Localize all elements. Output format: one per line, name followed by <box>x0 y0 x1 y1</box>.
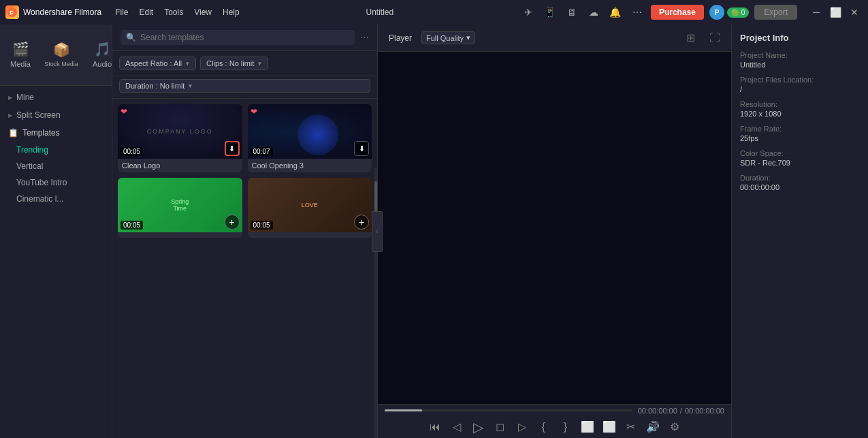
points-icon[interactable]: ⋯ <box>629 4 645 20</box>
toolbar-item-audio[interactable]: 🎵 Audio <box>82 25 112 85</box>
menu-tools[interactable]: Tools <box>164 7 183 17</box>
media-icon: 🎬 <box>12 41 29 57</box>
nav-item-templates[interactable]: 📋 Templates <box>0 124 112 142</box>
grid-view-button[interactable]: ⊞ <box>681 29 700 48</box>
devices-icon[interactable]: 📱 <box>542 4 558 20</box>
aspect-ratio-filter[interactable]: Aspect Ratio : All ▼ <box>119 57 196 70</box>
nav-sub-vertical[interactable]: Vertical <box>0 158 112 174</box>
purchase-button[interactable]: Purchase <box>651 5 704 20</box>
player-settings[interactable]: ⚙ <box>665 418 684 437</box>
template-card-cool-opening[interactable]: ❤ 00:07 ⬇ Cool Opening 3 <box>248 104 372 172</box>
content-header: 🔍 ··· <box>112 25 377 51</box>
player-more1[interactable]: ⬜ <box>578 418 597 437</box>
skip-back-button[interactable]: ⏮ <box>425 418 445 437</box>
duration-filter[interactable]: Duration : No limit ▼ <box>119 79 370 93</box>
split-arrow-icon: ▶ <box>8 112 12 119</box>
template-card-more[interactable]: LOVE 00:05 + <box>248 178 372 238</box>
more-options-button[interactable]: ··· <box>360 31 369 44</box>
info-label-location: Project Files Location: <box>740 76 860 84</box>
quality-select[interactable]: Full Quality ▾ <box>421 31 475 44</box>
time-more: 00:05 <box>251 221 273 230</box>
avatar[interactable]: P <box>709 5 724 20</box>
time-cool-opening: 00:07 <box>251 147 273 156</box>
heart-icon-clean-logo: ❤ <box>120 107 127 116</box>
menu-view[interactable]: View <box>194 7 212 17</box>
info-row-location: Project Files Location: / <box>740 76 860 93</box>
add-btn-spring[interactable]: + <box>225 215 240 230</box>
nav-item-split-screen[interactable]: ▶ Split Screen <box>0 106 112 124</box>
toolbar-item-media[interactable]: 🎬 Media <box>0 25 41 85</box>
screen-icon[interactable]: 🖥 <box>564 4 580 20</box>
play-button[interactable]: ▷ <box>469 418 488 437</box>
share-icon[interactable]: ✈ <box>520 4 536 20</box>
menu-file[interactable]: File <box>115 7 128 17</box>
bell-icon[interactable]: 🔔 <box>607 4 624 20</box>
app-logo-icon: F <box>5 5 19 19</box>
app-name: Wondershare Filmora <box>23 7 101 17</box>
toolbar-item-stock[interactable]: 📦 Stock Media <box>41 25 82 85</box>
nav-sub-trending[interactable]: Trending <box>0 142 112 158</box>
info-value-location: / <box>740 85 860 93</box>
search-icon: 🔍 <box>126 33 136 42</box>
toolbar-label-stock: Stock Media <box>44 61 78 67</box>
project-info-panel: Project Info Project Name: Untitled Proj… <box>732 25 868 438</box>
info-value-framerate: 25fps <box>740 134 860 142</box>
template-title-clean-logo: Clean Logo <box>118 159 242 172</box>
nav-sub-youtube-intro[interactable]: YouTube Intro <box>0 174 112 191</box>
player-more2[interactable]: ⬜ <box>600 418 619 437</box>
close-button[interactable]: ✕ <box>846 4 863 20</box>
cloud-icon[interactable]: ☁ <box>585 4 602 20</box>
template-card-spring[interactable]: SpringTime 00:05 + <box>118 178 242 238</box>
mark-out-button[interactable]: } <box>556 418 575 437</box>
filters-row: Aspect Ratio : All ▼ Clips : No limit ▼ <box>112 51 377 76</box>
collapse-panel-button[interactable]: ‹ <box>372 211 383 252</box>
clips-filter[interactable]: Clips : No limit ▼ <box>200 57 268 70</box>
toolbar-label-media: Media <box>10 60 31 68</box>
nav-item-mine[interactable]: ▶ Mine <box>0 89 112 106</box>
info-value-colorspace: SDR - Rec.709 <box>740 159 860 167</box>
info-label-resolution: Resolution: <box>740 100 860 108</box>
scissors-button[interactable]: ✂ <box>622 418 641 437</box>
clips-arrow-icon: ▼ <box>257 61 262 67</box>
time-spring: 00:05 <box>120 221 143 230</box>
time-display: 00:00:00:00 / 00:00:00:00 <box>638 407 724 415</box>
template-thumb-cool-opening: ❤ 00:07 ⬇ <box>248 104 372 159</box>
template-title-cool-opening: Cool Opening 3 <box>248 159 372 172</box>
download-btn-clean-logo[interactable]: ⬇ <box>225 141 240 156</box>
time-total: 00:00:00:00 <box>685 407 724 415</box>
time-current: 00:00:00:00 <box>638 407 677 415</box>
duration-arrow-icon: ▼ <box>187 83 193 89</box>
time-clean-logo: 00:05 <box>120 147 143 156</box>
export-button[interactable]: Export <box>754 5 797 20</box>
search-bar: 🔍 <box>120 30 355 45</box>
nav-sub-cinematic[interactable]: Cinematic l... <box>0 191 112 207</box>
fullscreen-button[interactable]: ⛶ <box>705 29 724 48</box>
minimize-button[interactable]: ─ <box>808 4 824 20</box>
mine-arrow-icon: ▶ <box>8 95 12 101</box>
mark-in-button[interactable]: { <box>534 418 553 437</box>
window-controls: ─ ⬜ ✕ <box>808 4 863 20</box>
add-btn-more[interactable]: + <box>354 215 369 230</box>
next-frame-button[interactable]: ▷ <box>513 418 532 437</box>
progress-bar-container: 00:00:00:00 / 00:00:00:00 <box>385 407 724 415</box>
player-tab[interactable]: Player <box>385 32 416 44</box>
template-card-clean-logo[interactable]: COMPANY LOGO ❤ 00:05 ⬇ Clean Logo <box>118 104 242 172</box>
profile-area: P 🟢 0 <box>709 5 749 20</box>
search-input[interactable] <box>140 33 349 42</box>
player-header: Player Full Quality ▾ ⊞ ⛶ <box>378 25 731 52</box>
template-thumb-spring: SpringTime 00:05 + <box>118 178 242 232</box>
template-title-more <box>248 232 372 238</box>
prev-frame-button[interactable]: ◁ <box>447 418 466 437</box>
quality-label: Full Quality <box>426 34 464 42</box>
templates-panel: 🔍 ··· Aspect Ratio : All ▼ Clips : No li… <box>112 25 378 438</box>
volume-button[interactable]: 🔊 <box>643 418 662 437</box>
maximize-button[interactable]: ⬜ <box>827 4 843 20</box>
menu-edit[interactable]: Edit <box>140 7 154 17</box>
download-btn-cool-opening[interactable]: ⬇ <box>354 141 369 156</box>
info-row-name: Project Name: Untitled <box>740 51 860 69</box>
progress-bar[interactable] <box>385 409 632 411</box>
menu-help[interactable]: Help <box>223 7 240 17</box>
info-value-duration: 00:00:00:00 <box>740 183 860 191</box>
window-title: Untitled <box>245 7 515 17</box>
stop-button[interactable]: ◻ <box>491 418 510 437</box>
